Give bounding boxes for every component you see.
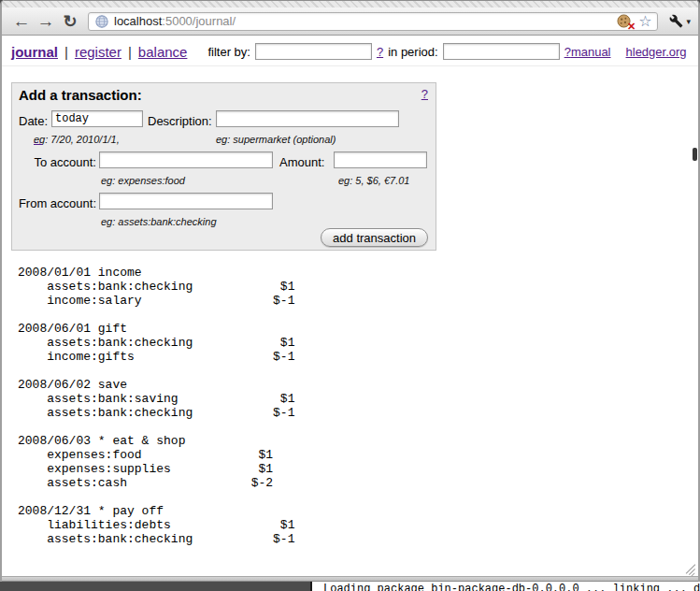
to-account-input[interactable]	[99, 151, 273, 168]
address-bar[interactable]: localhost:5000/journal/ ✕ ☆	[88, 12, 658, 31]
filter-help-link[interactable]: ?	[377, 45, 383, 59]
nav-link-register[interactable]: register	[75, 44, 121, 60]
reload-button[interactable]: ↻	[58, 9, 82, 34]
report-links: journal | register | balance	[11, 44, 187, 60]
cookie-blocked-icon[interactable]: ✕	[617, 14, 633, 29]
add-transaction-button[interactable]: add transaction	[321, 228, 428, 247]
date-input[interactable]	[51, 110, 143, 127]
wrench-caret-icon: ▾	[686, 17, 691, 26]
description-hint: eg: supermarket (optional)	[216, 134, 336, 145]
browser-toolbar: ← → ↻ localhost:5000/journal/ ✕	[2, 7, 698, 36]
panel-title: Add a transaction:	[19, 87, 142, 103]
forward-button[interactable]: →	[34, 9, 58, 34]
amount-label: Amount:	[279, 155, 324, 169]
period-input[interactable]	[443, 43, 560, 60]
add-transaction-panel: Add a transaction: ? Date: Description: …	[11, 82, 436, 251]
to-account-hint: eg: expenses:food	[101, 175, 185, 186]
bookmark-star-icon[interactable]: ☆	[638, 14, 651, 29]
cookie-blocked-x: ✕	[627, 21, 636, 33]
filter-area: filter by: ? in period: ?	[207, 43, 570, 60]
external-links: manual hledger.org	[571, 45, 687, 59]
in-period-label: in period:	[388, 45, 437, 59]
browser-window: ← → ↻ localhost:5000/journal/ ✕	[0, 0, 700, 582]
url-text[interactable]: localhost:5000/journal/	[114, 14, 617, 28]
amount-input[interactable]	[334, 151, 427, 168]
wrench-menu-button[interactable]: ▾	[669, 14, 691, 28]
app-navbar: journal | register | balance filter by: …	[2, 36, 698, 66]
date-label: Date:	[19, 114, 48, 128]
description-input[interactable]	[216, 110, 399, 127]
nav-separator: |	[128, 44, 132, 60]
nav-separator: |	[64, 44, 68, 60]
to-account-label: To account:	[12, 155, 96, 169]
filter-by-label: filter by:	[207, 45, 250, 59]
manual-link[interactable]: manual	[571, 45, 611, 59]
add-form-help-link[interactable]: ?	[421, 87, 428, 101]
window-titlebar[interactable]	[2, 0, 698, 7]
url-host: localhost	[114, 14, 162, 28]
filter-input[interactable]	[255, 43, 372, 60]
amount-hint: eg: 5, $6, €7.01	[338, 175, 409, 186]
period-help-link[interactable]: ?	[564, 45, 571, 59]
nav-link-balance[interactable]: balance	[138, 44, 188, 60]
wrench-icon	[669, 14, 683, 28]
window-bottom-edge	[2, 576, 698, 582]
date-hint-text: eg: 7/20, 2010/1/1,	[34, 134, 120, 145]
window-resize-grip[interactable]	[683, 563, 695, 575]
terminal-output-line: Loading package bin-package-db-0.0.0.0 .…	[323, 583, 700, 591]
back-button[interactable]: ←	[9, 9, 34, 34]
url-path: :5000/journal/	[162, 14, 236, 28]
globe-icon	[95, 15, 108, 28]
scrollbar-thumb[interactable]	[693, 148, 697, 161]
from-account-hint: eg: assets:bank:checking	[101, 216, 217, 227]
date-hint-more-link[interactable]: ...	[34, 134, 42, 145]
journal-text: 2008/01/01 income assets:bank:checking $…	[18, 266, 294, 546]
page-content: journal | register | balance filter by: …	[2, 36, 698, 576]
from-account-label: From account:	[12, 196, 96, 210]
hledger-org-link[interactable]: hledger.org	[626, 45, 687, 59]
from-account-input[interactable]	[99, 193, 273, 209]
description-label: Description:	[148, 114, 212, 128]
nav-link-journal[interactable]: journal	[11, 44, 58, 60]
background-terminal-window: Loading package bin-package-db-0.0.0.0 .…	[310, 582, 700, 591]
